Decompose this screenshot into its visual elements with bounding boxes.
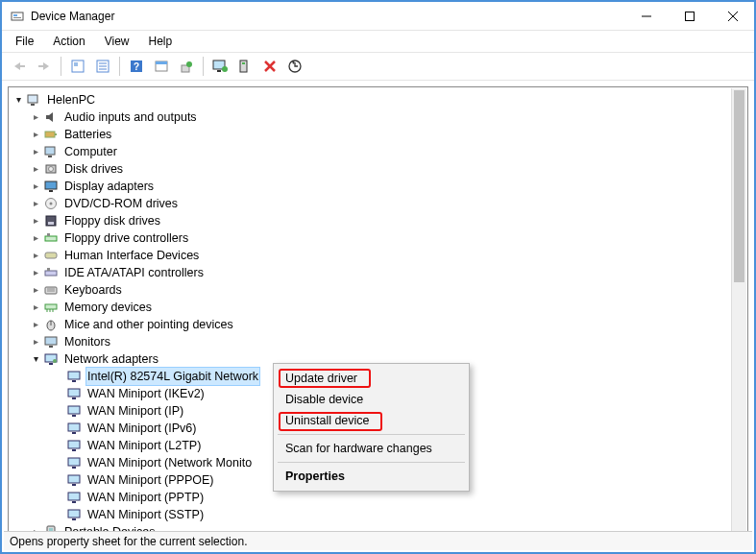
netitem-icon (66, 455, 82, 470)
chevron-right-icon[interactable] (30, 143, 41, 160)
svg-rect-18 (156, 61, 167, 64)
tree-node[interactable]: IDE ATA/ATAPI controllers (30, 264, 747, 281)
pc-icon (43, 144, 59, 159)
chevron-right-icon[interactable] (30, 195, 41, 212)
menu-action[interactable]: Action (45, 33, 92, 50)
svg-rect-30 (31, 104, 35, 106)
tree-node[interactable]: Display adapters (30, 178, 747, 195)
tree-label: IDE ATA/ATAPI controllers (62, 264, 206, 281)
network-icon (43, 351, 59, 367)
netitem-icon (66, 507, 82, 522)
audio-icon (43, 109, 59, 125)
minimize-button[interactable] (624, 2, 668, 31)
tree-label: WAN Miniport (SSTP) (85, 506, 206, 523)
svg-rect-43 (45, 236, 57, 241)
svg-rect-33 (45, 147, 55, 155)
svg-rect-63 (72, 380, 76, 382)
close-button[interactable] (711, 2, 754, 31)
chevron-right-icon[interactable] (30, 299, 41, 316)
chevron-right-icon[interactable] (30, 126, 41, 143)
tree-label: WAN Miniport (Network Monito (85, 454, 254, 471)
tree-node[interactable]: Memory devices (30, 299, 747, 316)
tree-label: Monitors (62, 333, 112, 350)
svg-rect-57 (45, 337, 57, 345)
tree-label: WAN Miniport (PPTP) (85, 489, 206, 506)
svg-rect-65 (72, 397, 76, 399)
tree-label: Display adapters (62, 178, 156, 195)
computer-toolbar-icon[interactable] (233, 55, 256, 78)
uninstall-button[interactable] (258, 55, 281, 78)
ide-icon (43, 265, 59, 280)
tree-label: Network adapters (62, 350, 160, 368)
tree-node[interactable]: Batteries (30, 126, 747, 143)
chevron-right-icon[interactable] (30, 281, 41, 299)
tree-node[interactable]: Monitors (30, 333, 747, 350)
svg-rect-58 (49, 346, 53, 348)
menu-help[interactable]: Help (141, 33, 181, 50)
forward-button[interactable] (33, 55, 56, 78)
scrollbar-thumb[interactable] (734, 90, 744, 282)
chevron-right-icon[interactable] (30, 333, 41, 350)
context-update-driver[interactable]: Update driver (276, 368, 467, 389)
tree-node[interactable]: Audio inputs and outputs (30, 108, 747, 126)
context-scan-hardware[interactable]: Scan for hardware changes (276, 438, 467, 459)
help-button[interactable]: ? (125, 55, 148, 78)
context-properties[interactable]: Properties (276, 466, 467, 487)
monitor-toolbar-icon[interactable] (208, 55, 232, 78)
scan-hardware-button[interactable] (283, 55, 306, 78)
tree-label: Computer (62, 143, 119, 160)
window-title: Device Manager (31, 10, 624, 23)
vertical-scrollbar[interactable] (731, 88, 746, 534)
netitem-icon (66, 438, 82, 453)
chevron-down-icon[interactable] (12, 91, 24, 108)
chevron-right-icon[interactable] (30, 264, 41, 281)
netitem-icon (66, 369, 82, 384)
toolbar-separator (119, 57, 120, 76)
root-node[interactable]: HelenPC (12, 91, 747, 108)
memory-icon (43, 300, 59, 315)
menu-file[interactable]: File (8, 33, 41, 50)
chevron-right-icon[interactable] (30, 247, 41, 264)
svg-rect-70 (68, 441, 80, 448)
svg-rect-73 (72, 467, 76, 469)
chevron-down-icon[interactable] (30, 350, 41, 368)
menu-view[interactable]: View (97, 33, 137, 50)
tree-label: Human Interface Devices (62, 247, 201, 264)
chevron-right-icon[interactable] (30, 178, 41, 195)
tree-label: Keyboards (62, 281, 124, 299)
svg-rect-76 (68, 493, 80, 500)
tree-label: Memory devices (62, 299, 154, 316)
tree-node[interactable]: Disk drives (30, 160, 747, 178)
svg-rect-8 (38, 65, 43, 67)
chevron-right-icon[interactable] (30, 316, 41, 333)
tree-node[interactable]: Human Interface Devices (30, 247, 747, 264)
context-uninstall-device[interactable]: Uninstall device (276, 410, 467, 431)
toolbar-icon[interactable] (150, 55, 173, 78)
chevron-right-icon[interactable] (30, 160, 41, 178)
tree-node[interactable]: Computer (30, 143, 747, 160)
tree-node[interactable]: Keyboards (30, 281, 747, 299)
svg-rect-78 (68, 510, 80, 518)
properties-button[interactable] (91, 55, 114, 78)
update-driver-button[interactable] (175, 55, 198, 78)
chevron-right-icon[interactable] (30, 212, 41, 229)
tree-node[interactable]: WAN Miniport (SSTP) (47, 506, 747, 523)
svg-rect-4 (685, 12, 694, 20)
tree-node[interactable]: Floppy disk drives (30, 212, 747, 229)
root-label: HelenPC (45, 91, 97, 108)
computer-icon (26, 92, 41, 108)
back-button[interactable] (8, 55, 31, 78)
maximize-button[interactable] (668, 2, 711, 31)
svg-rect-47 (47, 268, 50, 271)
tree-node[interactable]: DVD/CD-ROM drives (30, 195, 747, 212)
chevron-right-icon[interactable] (30, 229, 41, 247)
svg-rect-64 (68, 389, 80, 397)
chevron-right-icon[interactable] (30, 108, 41, 126)
show-hidden-button[interactable] (66, 55, 89, 78)
titlebar: Device Manager (2, 2, 754, 31)
svg-point-61 (53, 359, 57, 363)
tree-node[interactable]: Floppy drive controllers (30, 229, 747, 247)
svg-rect-1 (13, 14, 17, 16)
context-disable-device[interactable]: Disable device (276, 389, 467, 410)
tree-node[interactable]: Mice and other pointing devices (30, 316, 747, 333)
